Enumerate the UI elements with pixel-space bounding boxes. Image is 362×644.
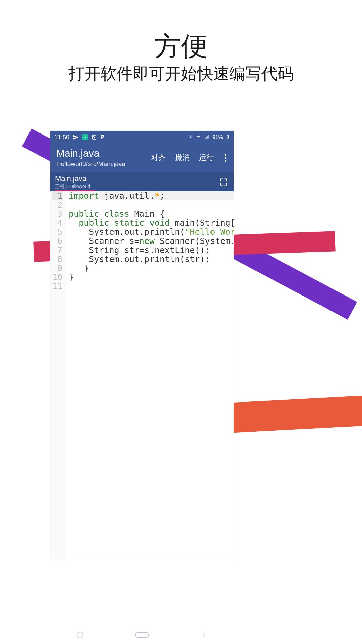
svg-rect-3: [227, 135, 228, 135]
wifi-icon: [195, 134, 201, 140]
promo-headline: 方便: [0, 29, 362, 65]
toolbar-subtitle: Helloworld/src/Main.java: [56, 160, 151, 168]
tab-filename: Main.java: [55, 174, 90, 183]
line-number-gutter: 1234567891011: [50, 191, 66, 560]
recent-apps-button[interactable]: [75, 630, 85, 641]
code-content[interactable]: import java.util.*; public class Main { …: [66, 191, 234, 560]
svg-point-0: [84, 137, 86, 138]
signal-icon: [204, 134, 209, 140]
svg-rect-4: [77, 632, 82, 638]
svg-rect-5: [135, 632, 149, 638]
code-editor[interactable]: 1234567891011 import java.util.*; public…: [50, 191, 234, 560]
decorative-stripe-orange: [227, 395, 362, 433]
tab-project-label: 工程 : Helloworld: [55, 184, 90, 190]
phone-screenshot: 11:50 P 91%: [50, 131, 234, 560]
status-time: 11:50: [54, 134, 69, 141]
fullscreen-button[interactable]: [218, 177, 229, 187]
editor-tab-bar: Main.java 工程 : Helloworld: [50, 172, 234, 191]
more-menu-button[interactable]: [223, 154, 228, 162]
run-button[interactable]: 运行: [199, 153, 214, 163]
tab-indicator: [55, 190, 95, 191]
send-icon: [73, 134, 79, 140]
undo-button[interactable]: 撤消: [175, 153, 190, 163]
battery-icon: [226, 133, 230, 141]
toolbar-title: Main.java: [56, 148, 151, 159]
app-toolbar: Main.java Helloworld/src/Main.java 对齐 撤消…: [50, 144, 234, 172]
active-tab[interactable]: Main.java 工程 : Helloworld: [55, 174, 90, 190]
battery-percent: 91%: [212, 134, 223, 140]
letter-p-icon: P: [100, 134, 104, 141]
bluetooth-icon: [189, 134, 193, 141]
android-status-bar: 11:50 P 91%: [50, 131, 234, 144]
android-nav-bar: [50, 627, 234, 644]
back-button[interactable]: [199, 630, 209, 641]
file-icon: [92, 135, 97, 140]
camera-icon: [82, 134, 88, 140]
promo-subheadline: 打开软件即可开始快速编写代码: [0, 63, 362, 85]
home-button[interactable]: [135, 630, 149, 641]
align-button[interactable]: 对齐: [151, 153, 166, 163]
